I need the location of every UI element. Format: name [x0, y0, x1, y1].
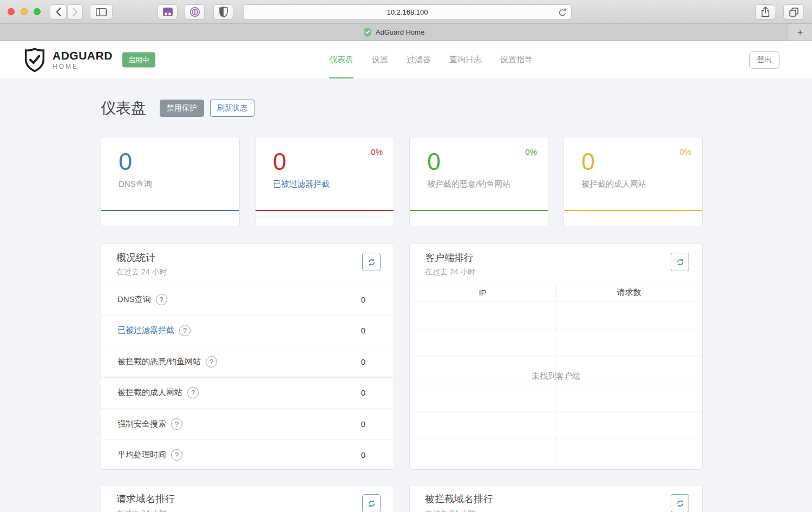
stat-card-blocked-malware: 0% 0 被拦截的恶意/钓鱼网站 — [409, 137, 548, 226]
forward-button[interactable] — [67, 4, 83, 19]
column-header-requests[interactable]: 请求数 — [556, 284, 702, 301]
stats-row-dns-queries: DNS查询 ? 0 — [101, 284, 394, 315]
stat-card-accent-line — [564, 210, 702, 211]
sidebar-toggle-button[interactable] — [90, 4, 113, 19]
stat-card-accent-line — [101, 210, 239, 211]
stats-row-label-link[interactable]: 已被过滤器拦截 — [117, 325, 174, 336]
clients-table-header: IP 请求数 — [410, 284, 702, 301]
stats-row-value: 0 — [361, 357, 377, 366]
fullscreen-button[interactable] — [34, 8, 41, 15]
disable-protection-button[interactable]: 禁用保护 — [160, 100, 204, 117]
column-header-ip[interactable]: IP — [410, 284, 556, 301]
adguard-logo[interactable]: ADGUARD HOME 启用中 — [24, 48, 155, 72]
table-row — [410, 439, 702, 467]
stat-card-label-link[interactable]: 已被过滤器拦截 — [273, 179, 394, 189]
share-button[interactable] — [755, 4, 775, 19]
help-icon[interactable]: ? — [156, 294, 167, 305]
stats-row-value: 0 — [361, 295, 377, 304]
refresh-icon — [368, 500, 376, 508]
brand-subtitle: HOME — [53, 63, 113, 70]
refresh-status-button[interactable]: 刷新状态 — [210, 100, 254, 117]
tabs-icon — [789, 8, 798, 17]
stat-card-label: DNS查询 — [119, 179, 239, 189]
extension-button-2[interactable] — [185, 4, 205, 19]
address-bar[interactable]: 10.2.168.100 — [243, 4, 572, 19]
stats-row-safe-search: 强制安全搜索 ? 0 — [101, 408, 394, 439]
stats-row-avg-processing-time: 平均处理时间 ? 0 — [101, 439, 394, 470]
help-icon[interactable]: ? — [187, 387, 199, 398]
app-header: ADGUARD HOME 启用中 仪表盘 设置 过滤器 查询日志 设置指导 登出 — [0, 41, 812, 78]
browser-tabbar: AdGuard Home + — [0, 24, 812, 41]
stat-card-dns-queries: 0 DNS查询 — [101, 137, 240, 226]
panel-title: 被拦截域名排行 — [425, 493, 689, 506]
new-tab-button[interactable]: + — [788, 24, 812, 41]
panel-subtitle: 在过去 24 小时 — [116, 267, 380, 277]
reload-button[interactable] — [559, 8, 566, 18]
refresh-icon — [676, 258, 684, 266]
stat-card-percent: 0% — [525, 147, 537, 156]
stats-row-label: 被拦截的成人网站 — [117, 388, 182, 398]
stat-card-value: 0 — [119, 149, 239, 174]
stats-row-value: 0 — [361, 419, 377, 429]
extension-button-1[interactable] — [158, 4, 178, 19]
chevron-right-icon — [73, 8, 78, 16]
panel-header: 被拦截域名排行 在过去 24 小时 — [410, 485, 702, 512]
refresh-icon — [676, 500, 684, 508]
half-shield-icon — [219, 6, 228, 17]
refresh-panel-button[interactable] — [362, 494, 381, 512]
stat-card-accent-line — [410, 210, 548, 211]
help-icon[interactable]: ? — [206, 356, 217, 367]
stats-row-value: 0 — [361, 326, 377, 335]
table-row — [410, 412, 702, 439]
stats-row-value: 0 — [361, 450, 377, 460]
panel-title: 客户端排行 — [425, 251, 689, 264]
nav-item-settings[interactable]: 设置 — [372, 41, 388, 78]
table-row — [410, 384, 702, 412]
minimize-button[interactable] — [21, 8, 28, 15]
nav-item-filters[interactable]: 过滤器 — [407, 41, 431, 78]
nav-item-label: 仪表盘 — [329, 55, 353, 65]
chevron-left-icon — [56, 8, 61, 16]
help-icon[interactable]: ? — [171, 449, 182, 461]
purple-rings-icon — [189, 6, 200, 17]
stats-row-blocked-malware: 被拦截的恶意/钓鱼网站 ? 0 — [101, 346, 394, 377]
stat-card-accent-line — [256, 210, 394, 211]
panel-header: 客户端排行 在过去 24 小时 — [410, 244, 702, 284]
stats-row-blocked-by-filters: 已被过滤器拦截 ? 0 — [101, 315, 394, 346]
page-content: 仪表盘 禁用保护 刷新状态 0 DNS查询 0% 0 已被过滤器拦截 0% 0 … — [0, 78, 812, 512]
nav-item-dashboard[interactable]: 仪表盘 — [329, 41, 353, 78]
panel-header: 请求域名排行 在过去 24 小时 — [101, 485, 394, 512]
panel-subtitle: 在过去 24 小时 — [116, 509, 380, 512]
stats-row-label: 强制安全搜索 — [117, 419, 166, 429]
back-button[interactable] — [50, 4, 67, 19]
stat-card-percent: 0% — [679, 147, 691, 156]
nav-item-setup-guide[interactable]: 设置指导 — [500, 41, 533, 78]
sidebar-icon — [96, 8, 107, 16]
browser-titlebar: 10.2.168.100 — [0, 0, 812, 24]
help-icon[interactable]: ? — [171, 418, 182, 430]
browser-tab[interactable]: AdGuard Home — [0, 24, 788, 41]
refresh-icon — [368, 258, 376, 266]
extension-button-3[interactable] — [213, 4, 233, 19]
share-icon — [761, 6, 770, 17]
stat-card-blocked-by-filters: 0% 0 已被过滤器拦截 — [255, 137, 394, 226]
refresh-panel-button[interactable] — [362, 253, 381, 271]
refresh-panel-button[interactable] — [671, 253, 689, 271]
panel-header: 概况统计 在过去 24 小时 — [101, 244, 394, 284]
nav-item-label: 查询日志 — [449, 55, 482, 65]
refresh-panel-button[interactable] — [671, 494, 689, 512]
brand-title: ADGUARD — [53, 49, 113, 61]
stats-row-label: 被拦截的恶意/钓鱼网站 — [117, 357, 201, 367]
tab-overview-button[interactable] — [783, 4, 804, 19]
reload-icon — [559, 8, 566, 17]
top-clients-panel: 客户端排行 在过去 24 小时 IP 请求数 未找到客户端 — [409, 244, 703, 470]
logout-button[interactable]: 登出 — [749, 51, 780, 69]
nav-item-label: 设置指导 — [500, 55, 533, 65]
panel-subtitle: 在过去 24 小时 — [425, 509, 689, 512]
close-button[interactable] — [8, 8, 15, 15]
help-icon[interactable]: ? — [179, 325, 191, 336]
main-nav: 仪表盘 设置 过滤器 查询日志 设置指导 — [329, 41, 533, 78]
blocked-domains-panel: 被拦截域名排行 在过去 24 小时 — [409, 485, 703, 512]
nav-item-query-log[interactable]: 查询日志 — [449, 41, 482, 78]
status-badge: 启用中 — [122, 52, 155, 68]
